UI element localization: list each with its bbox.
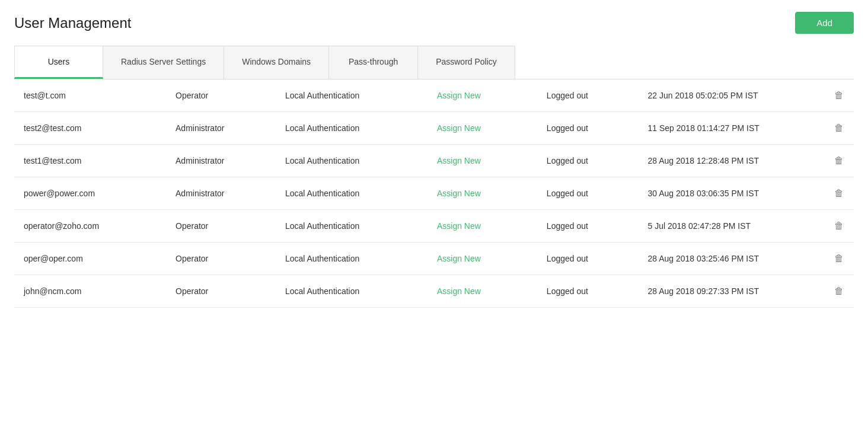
cell-action: 🗑 xyxy=(824,243,854,275)
cell-role: Operator xyxy=(166,210,276,243)
delete-icon[interactable]: 🗑 xyxy=(834,90,844,100)
cell-email: test1@test.com xyxy=(14,145,166,177)
cell-passthrough: Assign New xyxy=(427,145,537,177)
cell-role: Administrator xyxy=(166,112,276,145)
cell-role: Operator xyxy=(166,275,276,308)
page-header: User Management Add xyxy=(14,12,854,34)
cell-email: test2@test.com xyxy=(14,112,166,145)
cell-passthrough: Assign New xyxy=(427,210,537,243)
cell-auth: Local Authentication xyxy=(276,145,427,177)
cell-auth: Local Authentication xyxy=(276,210,427,243)
cell-datetime: 28 Aug 2018 03:25:46 PM IST xyxy=(639,243,824,275)
cell-passthrough: Assign New xyxy=(427,243,537,275)
tab-windows[interactable]: Windows Domains xyxy=(224,46,329,79)
cell-datetime: 30 Aug 2018 03:06:35 PM IST xyxy=(639,177,824,210)
delete-icon[interactable]: 🗑 xyxy=(834,155,844,165)
cell-email: test@t.com xyxy=(14,79,166,112)
cell-email: john@ncm.com xyxy=(14,275,166,308)
cell-status: Logged out xyxy=(537,243,639,275)
assign-new-link[interactable]: Assign New xyxy=(437,123,481,133)
tab-radius[interactable]: Radius Server Settings xyxy=(103,46,224,79)
tab-users[interactable]: Users xyxy=(14,46,103,79)
table-row: operator@zoho.com Operator Local Authent… xyxy=(14,210,854,243)
table-row: test1@test.com Administrator Local Authe… xyxy=(14,145,854,177)
cell-status: Logged out xyxy=(537,275,639,308)
delete-icon[interactable]: 🗑 xyxy=(834,221,844,231)
cell-action: 🗑 xyxy=(824,210,854,243)
cell-passthrough: Assign New xyxy=(427,79,537,112)
delete-icon[interactable]: 🗑 xyxy=(834,123,844,133)
delete-icon[interactable]: 🗑 xyxy=(834,253,844,263)
assign-new-link[interactable]: Assign New xyxy=(437,156,481,165)
cell-role: Administrator xyxy=(166,145,276,177)
cell-auth: Local Authentication xyxy=(276,243,427,275)
cell-action: 🗑 xyxy=(824,145,854,177)
cell-auth: Local Authentication xyxy=(276,79,427,112)
cell-status: Logged out xyxy=(537,145,639,177)
cell-status: Logged out xyxy=(537,112,639,145)
cell-datetime: 5 Jul 2018 02:47:28 PM IST xyxy=(639,210,824,243)
cell-status: Logged out xyxy=(537,177,639,210)
delete-icon[interactable]: 🗑 xyxy=(834,188,844,198)
assign-new-link[interactable]: Assign New xyxy=(437,254,481,263)
cell-auth: Local Authentication xyxy=(276,275,427,308)
cell-action: 🗑 xyxy=(824,79,854,112)
assign-new-link[interactable]: Assign New xyxy=(437,189,481,198)
cell-datetime: 22 Jun 2018 05:02:05 PM IST xyxy=(639,79,824,112)
cell-status: Logged out xyxy=(537,210,639,243)
table-row: oper@oper.com Operator Local Authenticat… xyxy=(14,243,854,275)
tabs-row: Users Radius Server Settings Windows Dom… xyxy=(14,46,854,79)
cell-role: Administrator xyxy=(166,177,276,210)
cell-email: operator@zoho.com xyxy=(14,210,166,243)
page-container: User Management Add Users Radius Server … xyxy=(0,0,868,320)
tab-password[interactable]: Password Policy xyxy=(418,46,515,79)
cell-passthrough: Assign New xyxy=(427,112,537,145)
cell-action: 🗑 xyxy=(824,275,854,308)
table-row: john@ncm.com Operator Local Authenticati… xyxy=(14,275,854,308)
add-button[interactable]: Add xyxy=(795,12,854,34)
cell-auth: Local Authentication xyxy=(276,112,427,145)
assign-new-link[interactable]: Assign New xyxy=(437,286,481,296)
cell-action: 🗑 xyxy=(824,112,854,145)
cell-datetime: 28 Aug 2018 09:27:33 PM IST xyxy=(639,275,824,308)
assign-new-link[interactable]: Assign New xyxy=(437,221,481,231)
cell-status: Logged out xyxy=(537,79,639,112)
table-row: test2@test.com Administrator Local Authe… xyxy=(14,112,854,145)
users-table: test@t.com Operator Local Authentication… xyxy=(14,79,854,308)
cell-passthrough: Assign New xyxy=(427,177,537,210)
assign-new-link[interactable]: Assign New xyxy=(437,91,481,100)
cell-datetime: 28 Aug 2018 12:28:48 PM IST xyxy=(639,145,824,177)
table-row: test@t.com Operator Local Authentication… xyxy=(14,79,854,112)
cell-datetime: 11 Sep 2018 01:14:27 PM IST xyxy=(639,112,824,145)
cell-action: 🗑 xyxy=(824,177,854,210)
cell-role: Operator xyxy=(166,243,276,275)
cell-email: oper@oper.com xyxy=(14,243,166,275)
cell-role: Operator xyxy=(166,79,276,112)
cell-email: power@power.com xyxy=(14,177,166,210)
cell-passthrough: Assign New xyxy=(427,275,537,308)
cell-auth: Local Authentication xyxy=(276,177,427,210)
delete-icon[interactable]: 🗑 xyxy=(834,286,844,296)
page-title: User Management xyxy=(14,15,131,31)
table-row: power@power.com Administrator Local Auth… xyxy=(14,177,854,210)
tab-passthrough[interactable]: Pass-through xyxy=(329,46,418,79)
